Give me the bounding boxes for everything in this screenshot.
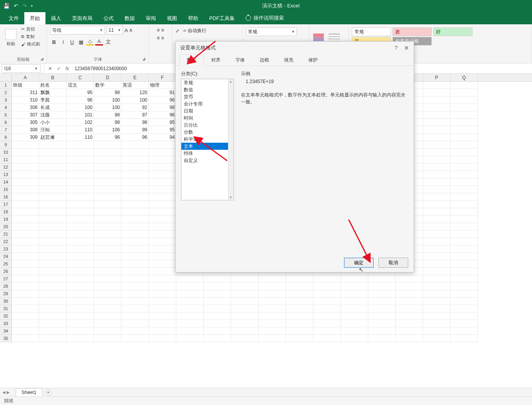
cell[interactable]: [67, 171, 94, 178]
cell[interactable]: [94, 305, 121, 312]
cell[interactable]: [451, 104, 478, 111]
cell[interactable]: [94, 290, 121, 298]
cell[interactable]: [204, 275, 231, 283]
cell[interactable]: [423, 260, 451, 268]
cell[interactable]: [313, 335, 341, 342]
cell[interactable]: 96: [67, 96, 94, 104]
column-header[interactable]: D: [94, 74, 121, 81]
cell[interactable]: [39, 156, 67, 163]
cell[interactable]: [39, 268, 67, 275]
cell[interactable]: [341, 275, 368, 283]
cell[interactable]: [67, 216, 94, 223]
cell[interactable]: [341, 283, 368, 290]
row-header[interactable]: 11: [0, 156, 11, 163]
cell[interactable]: [121, 268, 149, 275]
cell[interactable]: [94, 312, 121, 320]
row-header[interactable]: 12: [0, 163, 11, 171]
cell[interactable]: [423, 312, 451, 320]
cell[interactable]: 309: [12, 134, 39, 141]
category-item[interactable]: 常规: [181, 79, 233, 86]
undo-icon[interactable]: ↶: [14, 3, 18, 9]
cell[interactable]: 110: [67, 134, 94, 141]
category-item[interactable]: 货币: [181, 93, 233, 100]
wrap-button[interactable]: ➾ 自动换行: [183, 27, 206, 34]
cell[interactable]: [67, 275, 94, 283]
orientation-icon[interactable]: ⤢: [176, 28, 179, 34]
cell[interactable]: 赵芸澜: [39, 134, 67, 141]
cell[interactable]: 120: [121, 89, 149, 96]
row-header[interactable]: 32: [0, 312, 11, 320]
row-header[interactable]: 2: [0, 89, 11, 96]
row-header[interactable]: 1: [0, 82, 11, 89]
cell[interactable]: [423, 149, 451, 156]
cell[interactable]: [94, 163, 121, 171]
cell[interactable]: [423, 327, 451, 335]
cell[interactable]: [286, 305, 313, 312]
cell[interactable]: [231, 283, 259, 290]
cell[interactable]: 94: [149, 134, 176, 141]
cell[interactable]: [451, 260, 478, 268]
cell[interactable]: [12, 238, 39, 245]
category-item[interactable]: 自定义: [181, 157, 233, 164]
align-left-icon[interactable]: ≡: [157, 35, 159, 41]
cell[interactable]: [423, 238, 451, 245]
dialog-launcher-icon[interactable]: ◢: [142, 56, 145, 61]
cell[interactable]: [231, 312, 259, 320]
cell[interactable]: [286, 335, 313, 342]
row-header[interactable]: 26: [0, 268, 11, 275]
cell[interactable]: [451, 186, 478, 193]
cell[interactable]: [67, 305, 94, 312]
row-header[interactable]: 9: [0, 141, 11, 149]
cell[interactable]: [94, 149, 121, 156]
row-header[interactable]: 3: [0, 96, 11, 104]
cell[interactable]: [67, 186, 94, 193]
category-item[interactable]: 数值: [181, 86, 233, 93]
style-good[interactable]: 好: [433, 27, 472, 36]
cell[interactable]: [149, 231, 176, 238]
cell[interactable]: [94, 268, 121, 275]
cell[interactable]: [423, 208, 451, 216]
cell[interactable]: [451, 305, 478, 312]
row-header[interactable]: 23: [0, 245, 11, 253]
cell[interactable]: [121, 201, 149, 208]
sheet-nav[interactable]: ◀ ▶: [2, 390, 10, 394]
column-header[interactable]: A: [12, 74, 39, 81]
cell[interactable]: [423, 298, 451, 305]
cell[interactable]: [94, 208, 121, 216]
cell[interactable]: [451, 178, 478, 186]
cut-button[interactable]: ✂ 剪切: [20, 26, 41, 33]
scrollbar[interactable]: [228, 79, 233, 200]
cell[interactable]: [149, 208, 176, 216]
cell[interactable]: [67, 208, 94, 216]
cell[interactable]: [39, 141, 67, 149]
cell[interactable]: [39, 178, 67, 186]
cell[interactable]: [231, 298, 259, 305]
cell[interactable]: [121, 298, 149, 305]
cell[interactable]: 95: [149, 126, 176, 134]
cell[interactable]: [176, 290, 204, 298]
cell[interactable]: [12, 245, 39, 253]
cell[interactable]: [149, 201, 176, 208]
cell[interactable]: [12, 171, 39, 178]
cell[interactable]: [396, 312, 423, 320]
cell[interactable]: 96: [149, 96, 176, 104]
cell[interactable]: [67, 268, 94, 275]
cell[interactable]: [121, 253, 149, 260]
cell[interactable]: [94, 141, 121, 149]
help-icon[interactable]: ?: [394, 45, 398, 51]
cell[interactable]: [39, 275, 67, 283]
cell[interactable]: 100: [94, 96, 121, 104]
italic-button[interactable]: I: [59, 38, 67, 45]
cell[interactable]: [12, 253, 39, 260]
cell[interactable]: [396, 298, 423, 305]
cell[interactable]: 308: [12, 126, 39, 134]
cell[interactable]: [39, 253, 67, 260]
cell[interactable]: [176, 327, 204, 335]
cell[interactable]: [286, 327, 313, 335]
cell[interactable]: [121, 186, 149, 193]
cell[interactable]: [149, 253, 176, 260]
category-item[interactable]: 日期: [181, 107, 233, 114]
cell[interactable]: [451, 283, 478, 290]
cell[interactable]: [12, 223, 39, 231]
cell[interactable]: [396, 275, 423, 283]
